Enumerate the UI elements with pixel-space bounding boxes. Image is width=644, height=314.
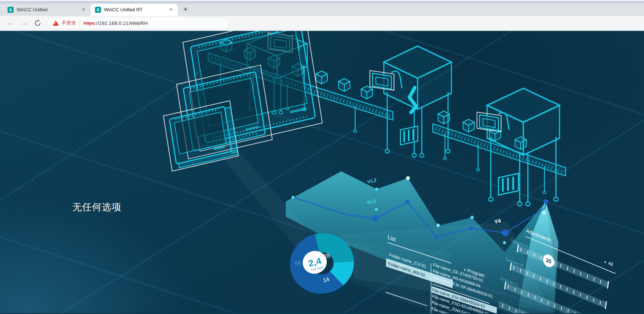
address-separator: | xyxy=(79,20,81,26)
struck-https: https xyxy=(84,20,95,26)
url-rest: ://192.168.0.21/WebRH xyxy=(95,20,148,26)
security-warning-label: 不安全 xyxy=(61,20,76,26)
series-label-v4: V4 xyxy=(494,217,501,225)
machine-2 xyxy=(384,46,451,157)
forward-icon[interactable]: → xyxy=(19,18,29,28)
all-dropdown: ▼ All xyxy=(604,257,613,268)
dropdown-arrow-icon: ▼ xyxy=(604,260,607,265)
slider-badge-80: 80 xyxy=(583,311,596,313)
browser-toolbar: ← → 不安全 | https://192.168.0.21/WebRH xyxy=(0,16,644,31)
tab-wincc-unified-rt[interactable]: S WinCC Unified RT × xyxy=(90,4,178,16)
wincc-page: V1,2 V2,3 V4 2,4 True value 28 14 58 Lis… xyxy=(0,31,644,313)
siemens-favicon: S xyxy=(95,7,101,13)
tab-title: WinCC Unified xyxy=(17,7,80,12)
no-options-message: 无任何选项 xyxy=(72,201,121,213)
reload-icon[interactable] xyxy=(32,18,43,28)
tab-wincc-unified[interactable]: S WinCC Unified × xyxy=(3,4,90,16)
window-titlebar xyxy=(0,0,644,4)
series-label-v12: V1,2 xyxy=(367,177,377,185)
tab-title: WinCC Unified RT xyxy=(104,7,167,12)
address-bar[interactable]: 不安全 | https://192.168.0.21/WebRH xyxy=(48,17,228,29)
back-icon[interactable]: ← xyxy=(5,18,16,28)
tab-strip: S WinCC Unified × S WinCC Unified RT × + xyxy=(0,4,644,16)
url-text: https://192.168.0.21/WebRH xyxy=(84,20,148,26)
donut-chart: 2,4 True value 28 14 58 xyxy=(294,238,348,289)
wincc-artwork: V1,2 V2,3 V4 2,4 True value 28 14 58 Lis… xyxy=(0,31,644,313)
tab-close-icon[interactable]: × xyxy=(167,6,174,13)
new-tab-button[interactable]: + xyxy=(180,5,191,15)
tab-close-icon[interactable]: × xyxy=(80,6,87,13)
siemens-favicon: S xyxy=(8,7,14,13)
warning-icon xyxy=(53,20,59,26)
